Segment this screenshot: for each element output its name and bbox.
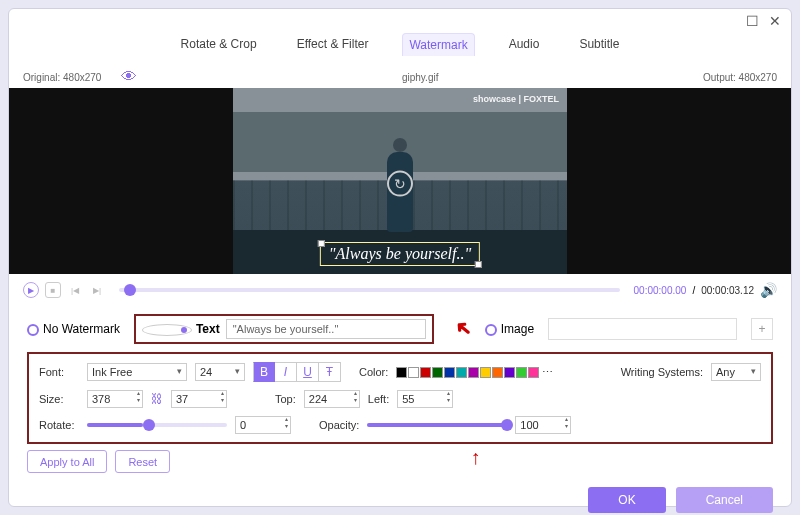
color-swatch[interactable] <box>492 367 503 378</box>
format-group: B I U Ŧ <box>253 362 341 382</box>
time-current: 00:00:00.00 <box>634 285 687 296</box>
writing-systems-select[interactable]: Any <box>711 363 761 381</box>
tab-bar: Rotate & Crop Effect & Filter Watermark … <box>9 29 791 66</box>
tab-subtitle[interactable]: Subtitle <box>573 33 625 56</box>
time-total: 00:00:03.12 <box>701 285 754 296</box>
reset-button[interactable]: Reset <box>115 450 170 473</box>
play-icon[interactable]: ▶ <box>23 282 39 298</box>
color-swatches[interactable]: ⋯ <box>396 366 553 379</box>
original-size-label: Original: 480x270 <box>23 72 101 83</box>
radio-text[interactable]: Text <box>142 322 220 336</box>
height-stepper[interactable]: 37 <box>171 390 227 408</box>
loop-icon[interactable]: ↻ <box>387 171 413 197</box>
playback-bar: ▶ ■ |◀ ▶| 00:00:00.00/00:00:03.12 🔊 <box>9 274 791 306</box>
cancel-button[interactable]: Cancel <box>676 487 773 513</box>
text-style-panel: Font: Ink Free 24 B I U Ŧ Color: ⋯ Writi… <box>27 352 773 444</box>
more-colors-icon[interactable]: ⋯ <box>542 366 553 379</box>
underline-button[interactable]: U <box>297 362 319 382</box>
watermark-text-input[interactable] <box>226 319 426 339</box>
rotate-slider[interactable] <box>87 423 227 427</box>
rotate-stepper[interactable]: 0 <box>235 416 291 434</box>
close-icon[interactable]: ✕ <box>769 13 781 29</box>
stop-icon[interactable]: ■ <box>45 282 61 298</box>
width-stepper[interactable]: 378 <box>87 390 143 408</box>
opacity-label: Opacity: <box>319 419 359 431</box>
video-frame[interactable]: showcase | FOXTEL ↻ "Always be yourself.… <box>233 88 567 274</box>
image-path-input[interactable] <box>548 318 737 340</box>
titlebar: ☐ ✕ <box>9 9 791 29</box>
color-swatch[interactable] <box>396 367 407 378</box>
rotate-label: Rotate: <box>39 419 79 431</box>
font-size-select[interactable]: 24 <box>195 363 245 381</box>
video-brand-overlay: showcase | FOXTEL <box>473 94 559 104</box>
prev-icon[interactable]: |◀ <box>67 282 83 298</box>
color-swatch[interactable] <box>504 367 515 378</box>
color-swatch[interactable] <box>408 367 419 378</box>
top-stepper[interactable]: 224 <box>304 390 360 408</box>
maximize-icon[interactable]: ☐ <box>746 13 759 29</box>
watermark-type-row: No Watermark Text ➜ Image + <box>9 306 791 352</box>
next-icon[interactable]: ▶| <box>89 282 105 298</box>
apply-to-all-button[interactable]: Apply to All <box>27 450 107 473</box>
info-bar: Original: 480x270 👁 giphy.gif Output: 48… <box>9 66 791 88</box>
seek-slider[interactable] <box>119 288 620 292</box>
tab-audio[interactable]: Audio <box>503 33 546 56</box>
bold-button[interactable]: B <box>253 362 275 382</box>
annotation-arrow-up: ↑ <box>178 446 773 469</box>
left-stepper[interactable]: 55 <box>397 390 453 408</box>
writing-systems-label: Writing Systems: <box>621 366 703 378</box>
color-swatch[interactable] <box>444 367 455 378</box>
tab-rotate-crop[interactable]: Rotate & Crop <box>175 33 263 56</box>
panel-actions: Apply to All Reset ↑ <box>9 444 791 479</box>
color-swatch[interactable] <box>480 367 491 378</box>
watermark-overlay[interactable]: "Always be yourself.." <box>320 242 480 266</box>
italic-button[interactable]: I <box>275 362 297 382</box>
color-label: Color: <box>359 366 388 378</box>
font-select[interactable]: Ink Free <box>87 363 187 381</box>
file-title: giphy.gif <box>402 72 439 83</box>
color-swatch[interactable] <box>432 367 443 378</box>
color-swatch[interactable] <box>528 367 539 378</box>
output-size-label: Output: 480x270 <box>703 72 777 83</box>
dialog-footer: OK Cancel <box>9 479 791 515</box>
left-label: Left: <box>368 393 389 405</box>
opacity-stepper[interactable]: 100 <box>515 416 571 434</box>
tab-watermark[interactable]: Watermark <box>402 33 474 56</box>
color-swatch[interactable] <box>420 367 431 378</box>
color-swatch[interactable] <box>516 367 527 378</box>
tab-effect-filter[interactable]: Effect & Filter <box>291 33 375 56</box>
video-preview: showcase | FOXTEL ↻ "Always be yourself.… <box>9 88 791 274</box>
color-swatch[interactable] <box>456 367 467 378</box>
ok-button[interactable]: OK <box>588 487 665 513</box>
strike-button[interactable]: Ŧ <box>319 362 341 382</box>
visibility-icon[interactable]: 👁 <box>121 68 137 86</box>
color-swatch[interactable] <box>468 367 479 378</box>
opacity-slider[interactable] <box>367 423 507 427</box>
add-image-button[interactable]: + <box>751 318 773 340</box>
app-window: ☐ ✕ Rotate & Crop Effect & Filter Waterm… <box>8 8 792 507</box>
radio-no-watermark[interactable]: No Watermark <box>27 322 120 336</box>
size-label: Size: <box>39 393 79 405</box>
top-label: Top: <box>275 393 296 405</box>
font-label: Font: <box>39 366 79 378</box>
link-icon[interactable]: ⛓ <box>151 392 163 406</box>
volume-icon[interactable]: 🔊 <box>760 282 777 298</box>
text-watermark-group: Text <box>134 314 434 344</box>
radio-image[interactable]: Image <box>485 322 534 336</box>
